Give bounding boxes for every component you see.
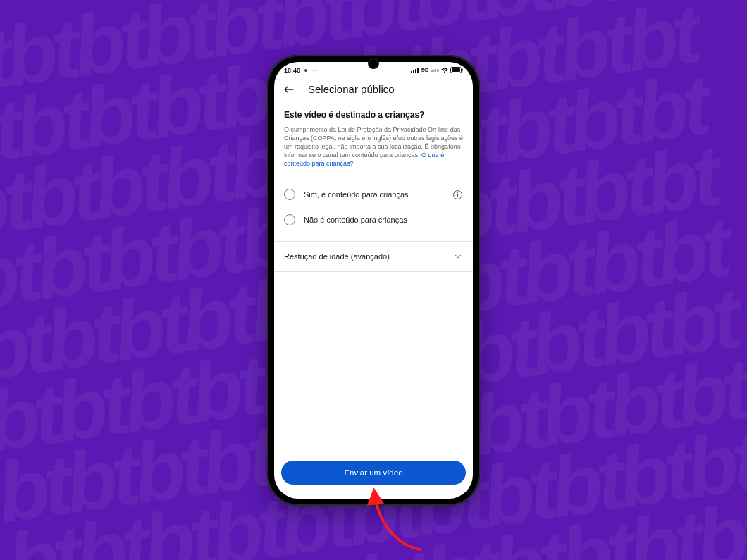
info-icon[interactable]	[452, 189, 463, 200]
radio-icon	[284, 189, 295, 200]
back-arrow-icon[interactable]	[283, 83, 295, 96]
svg-rect-7	[452, 68, 460, 72]
network-label: 5G	[421, 67, 429, 73]
front-camera-icon	[369, 59, 378, 68]
audience-description: O cumprimento da Lei de Proteção da Priv…	[284, 125, 463, 168]
status-more-icon: ···	[311, 67, 319, 73]
age-restriction-label: Restrição de idade (avançado)	[284, 252, 390, 261]
svg-point-0	[304, 69, 307, 72]
audience-heading: Este vídeo é destinado a crianças?	[284, 110, 463, 120]
phone-frame: 10:40 ··· 5G vi20	[267, 55, 480, 506]
svg-rect-3	[415, 69, 416, 73]
age-restriction-expander[interactable]: Restrição de idade (avançado)	[274, 242, 473, 272]
svg-rect-1	[411, 71, 412, 73]
status-right: 5G vi20	[411, 67, 463, 73]
spacer	[274, 272, 473, 453]
option-yes-kids[interactable]: Sim, é conteúdo para crianças	[284, 182, 463, 207]
svg-point-5	[444, 71, 445, 73]
screen: 10:40 ··· 5G vi20	[274, 62, 473, 499]
status-left: 10:40 ···	[284, 67, 319, 74]
radio-icon	[284, 214, 295, 225]
status-time: 10:40	[284, 67, 300, 74]
svg-rect-10	[457, 194, 457, 197]
wifi-icon	[441, 68, 448, 73]
signal-icon	[411, 68, 419, 73]
battery-icon	[450, 67, 463, 73]
carrier-small: vi20	[431, 68, 439, 73]
svg-rect-8	[462, 69, 463, 72]
audience-options: Sim, é conteúdo para crianças Não é cont…	[274, 178, 473, 237]
svg-rect-2	[413, 70, 414, 73]
footer: Enviar um vídeo	[274, 454, 473, 499]
content-area: Este vídeo é destinado a crianças? O cum…	[274, 103, 473, 499]
audience-section: Este vídeo é destinado a crianças? O cum…	[274, 103, 473, 178]
option-label: Não é conteúdo para crianças	[304, 216, 463, 224]
send-video-button[interactable]: Enviar um vídeo	[281, 461, 466, 485]
app-header: Selecionar público	[274, 76, 473, 103]
option-label: Sim, é conteúdo para crianças	[304, 190, 443, 199]
app-indicator-icon	[303, 68, 309, 73]
svg-rect-4	[417, 68, 419, 73]
svg-point-11	[457, 192, 457, 193]
option-not-kids[interactable]: Não é conteúdo para crianças	[284, 207, 463, 232]
page-title: Selecionar público	[308, 83, 395, 95]
chevron-down-icon	[453, 251, 463, 261]
